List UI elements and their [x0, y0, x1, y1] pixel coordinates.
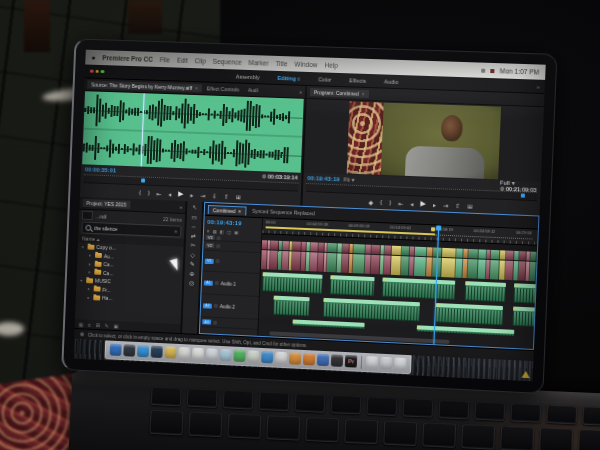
mark-in-button[interactable]: {: [139, 189, 141, 195]
track-lock-icon[interactable]: [217, 236, 221, 240]
audio-clip[interactable]: [513, 283, 537, 304]
timeline-toolbar-icon[interactable]: ≡: [207, 228, 210, 233]
twirl-caret-icon[interactable]: ▾: [80, 278, 84, 283]
dock-icon-settings[interactable]: [331, 354, 343, 367]
dock-icon-launchpad[interactable]: [123, 344, 135, 356]
dock-icon-weather[interactable]: [220, 349, 232, 362]
workspace-tab-effects[interactable]: Effects: [347, 76, 368, 85]
track-select-tool[interactable]: ▭: [191, 214, 197, 220]
workspace-tab-assembly[interactable]: Assembly: [234, 72, 262, 81]
dock-icon-trash[interactable]: [394, 357, 407, 370]
go-to-out-button[interactable]: ⇥: [443, 201, 448, 208]
video-clip[interactable]: [327, 243, 337, 252]
go-to-in-button[interactable]: ⇤: [398, 199, 403, 206]
mark-out-button[interactable]: }: [148, 190, 150, 196]
track-header-v1[interactable]: V1: [202, 251, 260, 274]
dock-icon-pages[interactable]: [275, 352, 287, 365]
dock-icon-downloads-folder[interactable]: [366, 356, 379, 369]
dock-icon-premiere-pro[interactable]: Pr: [345, 355, 358, 368]
wrench-icon[interactable]: ⚙: [262, 173, 267, 179]
dock-icon-itunes[interactable]: [289, 352, 301, 365]
rate-stretch-tool[interactable]: ⇄: [191, 233, 196, 239]
dock-icon-safari[interactable]: [137, 345, 149, 357]
app-menu-title[interactable]: Premiere Pro CC: [102, 54, 153, 63]
menu-title[interactable]: Title: [275, 60, 287, 67]
source-tab-overflow-icon[interactable]: »: [299, 89, 302, 95]
menu-file[interactable]: File: [160, 56, 171, 63]
ripple-edit-tool[interactable]: ↔: [191, 223, 197, 229]
slip-tool[interactable]: ◇: [190, 252, 195, 258]
dock-icon-app-store[interactable]: [261, 351, 273, 364]
video-clip[interactable]: [353, 254, 366, 274]
track-target-a3[interactable]: A3: [202, 319, 211, 324]
dock-icon-textedit[interactable]: [192, 348, 204, 360]
program-scrub-thumb[interactable]: [521, 193, 525, 197]
overwrite-button[interactable]: ⇧: [224, 192, 229, 199]
tab-project[interactable]: Project: YES 2015: [82, 199, 130, 209]
play-button[interactable]: ▶: [420, 200, 426, 208]
timeline-toolbar-icon[interactable]: ◧: [220, 229, 224, 234]
project-tab-overflow-icon[interactable]: »: [179, 204, 182, 210]
menu-clip[interactable]: Clip: [195, 57, 206, 64]
tab-sequence-1[interactable]: Synced Sequence Replaced: [248, 207, 319, 218]
tab-source-1[interactable]: Effect Controls: [203, 84, 244, 93]
track-target-a2[interactable]: A2: [203, 303, 212, 308]
track-lock-icon[interactable]: [213, 320, 217, 324]
go-to-in-button[interactable]: ⇤: [156, 189, 161, 196]
close-icon[interactable]: ×: [238, 208, 241, 214]
tab-sequence-0[interactable]: Combined ×: [208, 204, 247, 215]
twirl-caret-icon[interactable]: ▸: [89, 253, 93, 258]
track-lock-icon[interactable]: [216, 244, 220, 248]
project-toolbar-icon[interactable]: ▣: [114, 322, 119, 328]
step-forward-button[interactable]: ▸: [433, 201, 436, 208]
dock-icon-mail[interactable]: [151, 346, 163, 358]
timeline-toolbar-icon[interactable]: ◫: [227, 229, 231, 234]
track-lock-icon[interactable]: [214, 304, 218, 308]
video-clip[interactable]: [353, 244, 365, 254]
dock-icon-photos[interactable]: [317, 354, 329, 367]
audio-clip[interactable]: [435, 303, 503, 325]
project-toolbar-icon[interactable]: ✎: [105, 322, 109, 328]
dock-icon-messages[interactable]: [234, 350, 246, 363]
workspace-overflow-icon[interactable]: »: [536, 83, 539, 89]
audio-clip[interactable]: [273, 296, 310, 317]
close-icon[interactable]: ×: [362, 91, 365, 97]
track-lock-icon[interactable]: [216, 259, 220, 263]
track-target-v2[interactable]: V2: [205, 243, 214, 248]
timeline-toolbar-icon[interactable]: ▦: [212, 229, 216, 234]
mark-in-button[interactable]: {: [380, 199, 382, 205]
status-icon[interactable]: [481, 68, 485, 72]
track-target-v3[interactable]: V3: [206, 235, 215, 240]
audio-clip[interactable]: [262, 272, 322, 294]
twirl-caret-icon[interactable]: ▸: [89, 261, 93, 266]
hand-tool[interactable]: ⊕: [189, 270, 194, 276]
audio-clip[interactable]: [382, 277, 455, 299]
twirl-caret-icon[interactable]: ▸: [87, 295, 91, 300]
close-window-button[interactable]: [90, 69, 94, 73]
track-target-a1[interactable]: A1: [204, 280, 213, 285]
video-clip[interactable]: [441, 258, 456, 278]
play-button[interactable]: ▶: [178, 190, 184, 198]
video-clip[interactable]: [414, 257, 427, 277]
close-icon[interactable]: ×: [195, 85, 198, 91]
video-clip[interactable]: [293, 241, 302, 250]
twirl-caret-icon[interactable]: ▸: [88, 270, 92, 275]
video-clip[interactable]: [371, 245, 380, 254]
minimize-window-button[interactable]: [95, 70, 99, 74]
lift-button[interactable]: ⇧: [455, 201, 460, 208]
go-to-out-button[interactable]: ⇥: [200, 191, 205, 198]
twirl-caret-icon[interactable]: ▸: [88, 286, 92, 291]
audio-clip[interactable]: [465, 281, 506, 302]
razor-tool[interactable]: ✂: [190, 242, 195, 248]
menu-marker[interactable]: Marker: [248, 59, 268, 67]
dock-icon-preview[interactable]: [206, 348, 218, 361]
dock-icon-maps[interactable]: [247, 350, 259, 363]
menu-sequence[interactable]: Sequence: [213, 58, 242, 66]
zoom-window-button[interactable]: [100, 70, 104, 74]
track-header-a2[interactable]: A2Audio 2: [201, 294, 259, 320]
track-lock-icon[interactable]: [215, 281, 219, 285]
track-header-a1[interactable]: A1Audio 1: [201, 271, 259, 296]
status-icon[interactable]: [491, 68, 495, 72]
workspace-tab-editing[interactable]: Editing ≡: [275, 73, 302, 82]
video-clip[interactable]: [415, 247, 427, 257]
